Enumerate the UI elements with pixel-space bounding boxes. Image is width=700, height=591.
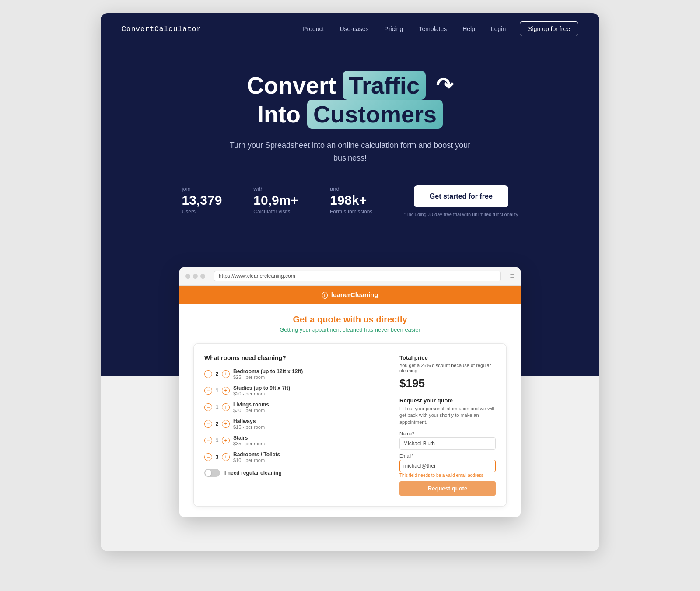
hallway-price: $15,- per room — [233, 424, 385, 430]
browser-dot-3 — [200, 274, 205, 279]
regular-cleaning-toggle[interactable] — [204, 469, 220, 477]
toggle-label: I need regular cleaning — [224, 470, 282, 476]
stairs-increment[interactable]: + — [222, 437, 230, 444]
headline-into: Into — [257, 101, 301, 127]
living-stepper[interactable]: − 1 + — [204, 403, 230, 411]
room-item-study: − 1 + Studies (up to 9ft x 7ft) $20,- pe… — [204, 385, 385, 396]
stat-users: join 13,379 Users — [166, 185, 238, 215]
living-price: $30,- per room — [233, 408, 385, 413]
app-logo: l leanerCleaning — [322, 291, 378, 298]
price-amount: $195 — [399, 377, 496, 390]
browser-url-bar[interactable]: https://www.cleanercleaning.com — [214, 271, 501, 281]
bathroom-decrement[interactable]: − — [204, 453, 212, 461]
app-main-subtitle: Getting your appartment cleaned has neve… — [193, 326, 507, 333]
app-header: l leanerCleaning — [179, 286, 521, 304]
browser-window: https://www.cleanercleaning.com ≡ l lean… — [179, 267, 521, 517]
bathroom-stepper[interactable]: − 3 + — [204, 453, 230, 461]
cta-area: Get started for free * Including 30 day … — [388, 185, 534, 217]
bathroom-increment[interactable]: + — [222, 453, 230, 461]
nav-link-pricing[interactable]: Pricing — [385, 25, 403, 32]
hallway-decrement[interactable]: − — [204, 420, 212, 428]
quote-description: Fill out your personal information and w… — [399, 406, 496, 426]
study-stepper[interactable]: − 1 + — [204, 387, 230, 395]
stats-row: join 13,379 Users with 10,9m+ Calculator… — [166, 185, 388, 215]
bedroom-count: 2 — [214, 371, 220, 377]
study-name: Studies (up to 9ft x 7ft) — [233, 385, 385, 391]
name-input[interactable] — [399, 437, 496, 450]
study-info: Studies (up to 9ft x 7ft) $20,- per room — [233, 385, 385, 396]
living-count: 1 — [214, 404, 220, 410]
hallway-increment[interactable]: + — [222, 420, 230, 428]
study-decrement[interactable]: − — [204, 387, 212, 395]
stat-visits-label-top: with — [253, 185, 298, 192]
price-title: Total price — [399, 354, 496, 361]
nav-logo: ConvertCalculator — [122, 25, 201, 33]
name-label: Name* — [399, 431, 496, 436]
nav-link-product[interactable]: Product — [303, 25, 324, 32]
signup-button[interactable]: Sign up for free — [520, 21, 578, 36]
regular-cleaning-toggle-row: I need regular cleaning — [204, 469, 385, 477]
price-discount: You get a 25% discount because of regula… — [399, 363, 496, 373]
bedroom-increment[interactable]: + — [222, 370, 230, 378]
nav-link-usecases[interactable]: Use-cases — [340, 25, 368, 32]
room-item-stairs: − 1 + Stairs $35,- per room — [204, 435, 385, 446]
get-started-button[interactable]: Get started for free — [414, 185, 508, 207]
stat-submissions: and 198k+ Form submissions — [314, 185, 388, 215]
stairs-price: $35,- per room — [233, 441, 385, 446]
stat-visits-label-bottom: Calculator visits — [253, 209, 298, 215]
stat-visits: with 10,9m+ Calculator visits — [238, 185, 314, 215]
browser-dot-2 — [193, 274, 198, 279]
room-item-living: − 1 + Livings rooms $30,- per room — [204, 402, 385, 413]
bottom-spacer — [101, 538, 599, 551]
browser-menu-icon: ≡ — [510, 272, 514, 281]
email-error-message: This field needs to be a valid email add… — [399, 473, 496, 478]
stairs-decrement[interactable]: − — [204, 437, 212, 444]
stairs-stepper[interactable]: − 1 + — [204, 437, 230, 444]
bedroom-name: Bedrooms (up to 12ft x 12ft) — [233, 368, 385, 374]
headline-customers: Customers — [307, 100, 443, 129]
stat-users-label-top: join — [182, 185, 222, 192]
room-item-bedroom: − 2 + Bedrooms (up to 12ft x 12ft) $25,-… — [204, 368, 385, 380]
bedroom-stepper[interactable]: − 2 + — [204, 370, 230, 378]
request-quote-button[interactable]: Request quote — [399, 481, 496, 496]
bedroom-info: Bedrooms (up to 12ft x 12ft) $25,- per r… — [233, 368, 385, 380]
room-item-bathroom: − 3 + Badrooms / Toilets $10,- per room — [204, 451, 385, 463]
study-price: $20,- per room — [233, 391, 385, 396]
living-increment[interactable]: + — [222, 403, 230, 411]
email-label: Email* — [399, 453, 496, 458]
navbar: ConvertCalculator Product Use-cases Pric… — [101, 13, 599, 45]
headline-traffic: Traffic — [343, 71, 426, 100]
hallway-stepper[interactable]: − 2 + — [204, 420, 230, 428]
hero-headline: Convert Traffic ↷ Into Customers — [122, 71, 578, 129]
nav-link-login[interactable]: Login — [491, 25, 506, 32]
rooms-title: What rooms need cleaning? — [204, 354, 385, 361]
hero-section: Convert Traffic ↷ Into Customers Turn yo… — [101, 45, 599, 267]
nav-link-templates[interactable]: Templates — [419, 25, 447, 32]
bathroom-info: Badrooms / Toilets $10,- per room — [233, 451, 385, 463]
nav-link-help[interactable]: Help — [462, 25, 475, 32]
study-increment[interactable]: + — [222, 387, 230, 395]
email-input[interactable] — [399, 460, 496, 472]
browser-dots — [186, 274, 205, 279]
stairs-info: Stairs $35,- per room — [233, 435, 385, 446]
nav-links: Product Use-cases Pricing Templates Help… — [303, 25, 506, 33]
quote-title: Request your quote — [399, 397, 496, 404]
stat-visits-value: 10,9m+ — [253, 194, 298, 207]
cta-note: * Including 30 day free trial with unlim… — [404, 212, 518, 217]
headline-convert: Convert — [247, 72, 336, 98]
bathroom-price: $10,- per room — [233, 458, 385, 463]
stat-users-label-bottom: Users — [182, 209, 222, 215]
hallway-count: 2 — [214, 421, 220, 427]
stat-submissions-label-bottom: Form submissions — [330, 209, 372, 215]
living-decrement[interactable]: − — [204, 403, 212, 411]
browser-chrome: https://www.cleanercleaning.com ≡ — [179, 267, 521, 286]
app-main-title: Get a quote with us directly — [193, 315, 507, 325]
toggle-knob — [205, 470, 211, 476]
bedroom-price: $25,- per room — [233, 374, 385, 380]
bedroom-decrement[interactable]: − — [204, 370, 212, 378]
room-item-hallway: − 2 + Hallways $15,- per room — [204, 418, 385, 430]
bathroom-count: 3 — [214, 454, 220, 460]
stairs-count: 1 — [214, 437, 220, 444]
stat-submissions-label-top: and — [330, 185, 372, 192]
hallway-info: Hallways $15,- per room — [233, 418, 385, 430]
